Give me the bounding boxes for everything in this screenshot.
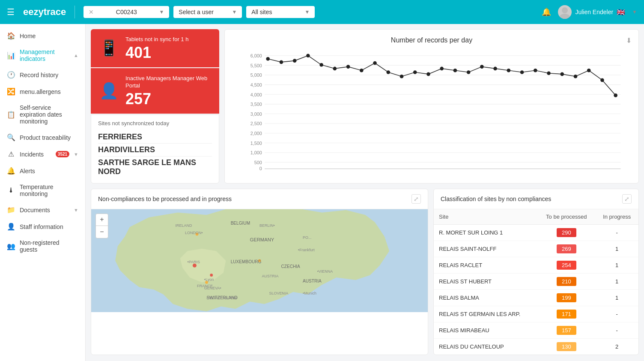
data-point <box>453 69 457 72</box>
chart-icon: 📊 <box>7 51 15 60</box>
sites-dropdown[interactable]: All sites ▼ <box>246 6 315 18</box>
data-point <box>360 69 364 72</box>
cell-in-progress: 1 <box>595 257 638 273</box>
data-point <box>507 69 511 72</box>
sites-not-sync-title: Sites not synchronized today <box>98 120 212 126</box>
data-point <box>560 72 564 76</box>
table-panel-title: Classification of sites by non complianc… <box>441 196 551 202</box>
sidebar-item-documents[interactable]: 📁 Documents ▼ <box>0 202 85 218</box>
site-item: HARDIVILLERS <box>98 144 212 156</box>
data-point <box>266 57 270 61</box>
table-row: RELAIS BALMA1991 <box>434 289 638 306</box>
cell-to-be-processed: 199 <box>537 289 595 306</box>
data-point <box>440 67 444 71</box>
company-dropdown[interactable]: ✕ C00243 ▼ <box>83 6 169 18</box>
svg-text:6,000: 6,000 <box>250 53 262 58</box>
header-right: 🔔 Julien Endeler 🇬🇧 ▼ <box>542 5 637 19</box>
user-info[interactable]: Julien Endeler 🇬🇧 ▼ <box>558 5 637 19</box>
cell-in-progress: 1 <box>595 273 638 289</box>
cell-in-progress: - <box>595 322 638 338</box>
app-body: 🏠 Home 📊 Management indicators ▲ 🕐 Recor… <box>0 24 644 361</box>
sidebar-item-record-history[interactable]: 🕐 Record history <box>0 66 85 83</box>
svg-text:SLOVENIA: SLOVENIA <box>269 291 288 295</box>
tablets-card-value: 401 <box>125 45 211 60</box>
main-content: 📱 Tablets not in sync for 1 h 401 👤 Inac… <box>86 24 644 361</box>
sidebar-item-label: Self-service expiration dates monitoring <box>20 104 78 125</box>
temperature-icon: 🌡 <box>7 187 15 194</box>
zoom-in-button[interactable]: + <box>96 214 108 226</box>
download-icon[interactable]: ⬇ <box>626 36 632 45</box>
flag-icon: 🇬🇧 <box>617 8 625 16</box>
zoom-out-button[interactable]: − <box>96 226 108 238</box>
user-chevron-icon: ▼ <box>632 9 637 15</box>
svg-text:0: 0 <box>259 166 262 171</box>
data-point <box>547 71 551 75</box>
svg-text:•PARIS: •PARIS <box>188 259 200 264</box>
sidebar-item-temperature-monitoring[interactable]: 🌡 Temperature monitoring <box>0 179 85 202</box>
data-point <box>614 93 617 97</box>
table-row: RELAIS SAINT-NOLFF2691 <box>434 241 638 257</box>
data-point <box>386 70 390 74</box>
bottom-row: Non-compliances to be processed and in p… <box>91 189 639 355</box>
cell-site: R. MORET SUR LOING 1 <box>434 224 537 241</box>
sidebar-item-alerts[interactable]: 🔔 Alerts <box>0 162 85 179</box>
svg-text:LONDON•: LONDON• <box>185 231 203 235</box>
hamburger-icon[interactable]: ☰ <box>7 7 15 17</box>
expand-map-icon[interactable]: ⤢ <box>411 194 421 204</box>
svg-text:5,000: 5,000 <box>250 72 262 78</box>
incidents-icon: ⚠ <box>7 150 15 158</box>
line-chart: 6,000 5,500 5,000 4,500 4,000 3,500 3,00… <box>232 51 632 171</box>
inactive-managers-title: Inactive Managers Manager Web Portal <box>125 75 211 90</box>
cell-site: RELAIS SAINT-NOLFF <box>434 241 537 257</box>
guests-icon: 👥 <box>7 242 15 250</box>
sidebar-item-non-registered-guests[interactable]: 👥 Non-registered guests <box>0 235 85 257</box>
svg-text:•VIENNA: •VIENNA <box>317 269 333 274</box>
company-value: C00243 <box>116 9 137 15</box>
sidebar-item-label: Home <box>20 33 78 39</box>
sidebar-item-menu-allergens[interactable]: 🔀 menu.allergens <box>0 83 85 100</box>
sidebar-item-self-service[interactable]: 📋 Self-service expiration dates monitori… <box>0 100 85 129</box>
sidebar-item-label: Record history <box>20 72 78 78</box>
svg-text:4,000: 4,000 <box>250 92 262 97</box>
sidebar-item-label: Incidents <box>20 151 51 158</box>
cell-site: RELAIS ST HUBERT <box>434 273 537 289</box>
sidebar-item-label: Management indicators <box>20 48 69 62</box>
chart-line <box>268 56 616 96</box>
map-panel: Non-compliances to be processed and in p… <box>91 189 428 355</box>
sidebar-item-product-traceability[interactable]: 🔍 Product traceability <box>0 129 85 146</box>
cell-to-be-processed: 157 <box>537 322 595 338</box>
map-container: + − <box>91 209 428 312</box>
cell-site: RELAIS MIRABEAU <box>434 322 537 338</box>
sidebar-item-incidents[interactable]: ⚠ Incidents 3521 ▼ <box>0 146 85 162</box>
data-point <box>467 70 471 74</box>
home-icon: 🏠 <box>7 32 15 40</box>
chevron-down-icon: ▼ <box>74 208 78 213</box>
table-header-row: Site To be processed In progress <box>434 209 638 225</box>
column-to-be-processed: To be processed <box>537 209 595 225</box>
cell-in-progress: 1 <box>595 241 638 257</box>
site-item: SARTHE SARGE LE MANS NORD <box>98 156 212 178</box>
expand-table-icon[interactable]: ⤢ <box>622 194 632 204</box>
clear-company-icon[interactable]: ✕ <box>89 9 94 15</box>
cell-to-be-processed: 269 <box>537 241 595 257</box>
sidebar-item-management-indicators[interactable]: 📊 Management indicators ▲ <box>0 44 85 66</box>
cell-site: RELAIS RACLET <box>434 257 537 273</box>
cell-in-progress: - <box>595 306 638 322</box>
sidebar-item-label: Product traceability <box>20 134 78 141</box>
sidebar-item-staff-information[interactable]: 👤 Staff information <box>0 218 85 235</box>
clock-icon: 🕐 <box>7 71 15 79</box>
chart-panel: Number of records per day ⬇ 6,000 5,500 … <box>224 29 639 184</box>
tablets-card-content: Tablets not in sync for 1 h 401 <box>125 36 211 60</box>
table-row: RELAIS ST HUBERT2101 <box>434 273 638 289</box>
data-point <box>493 67 497 71</box>
cell-to-be-processed: 290 <box>537 224 595 241</box>
allergens-icon: 🔀 <box>7 87 15 96</box>
data-point <box>574 75 578 78</box>
notification-bell-icon[interactable]: 🔔 <box>542 7 551 17</box>
sidebar-item-home[interactable]: 🏠 Home <box>0 27 85 44</box>
svg-text:•Munich: •Munich <box>303 291 316 295</box>
svg-point-63 <box>210 274 213 277</box>
user-dropdown[interactable]: Select a user ▼ <box>173 6 242 18</box>
cell-site: RELAIS DU CANTELOUP <box>434 338 537 355</box>
svg-text:BERLIN•: BERLIN• <box>259 223 275 228</box>
